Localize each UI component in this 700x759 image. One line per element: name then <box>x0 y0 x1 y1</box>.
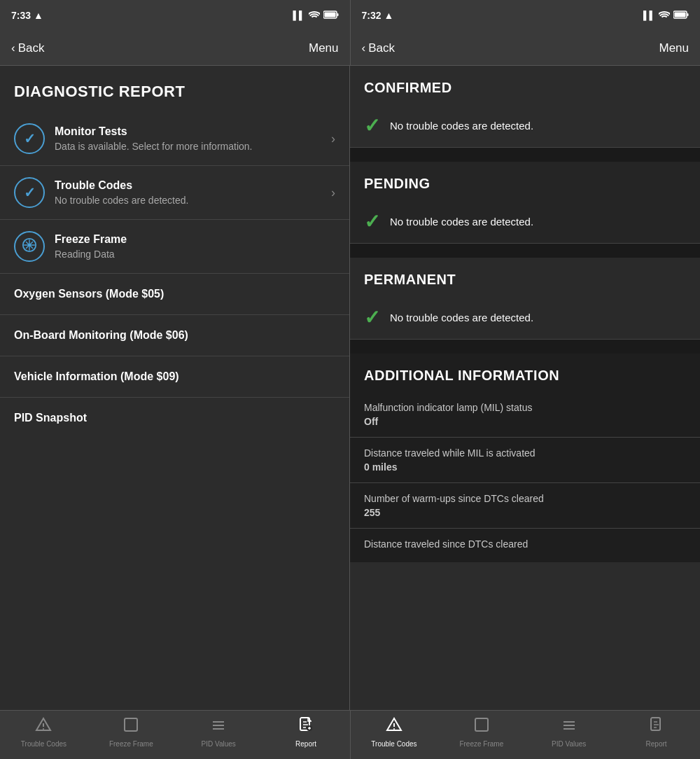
gap-after-permanent <box>350 340 700 354</box>
mil-status-label: Malfunction indicator lamp (MIL) status <box>364 402 686 413</box>
right-back-chevron: ‹ <box>362 41 366 55</box>
svg-rect-9 <box>125 718 137 731</box>
left-trouble-codes-icon <box>35 716 52 737</box>
pending-item: ✓ No trouble codes are detected. <box>350 200 700 244</box>
distance-mil-item: Distance traveled while MIL is activated… <box>350 438 700 483</box>
distance-dtcs-item: Distance traveled since DTCs cleared <box>350 529 700 562</box>
tab-bar: Trouble Codes Freeze Frame PID Values <box>0 710 700 759</box>
right-pid-values-icon <box>561 716 578 737</box>
svg-rect-4 <box>675 12 686 17</box>
right-panel: CONFIRMED ✓ No trouble codes are detecte… <box>350 66 700 710</box>
right-trouble-codes-label: Trouble Codes <box>371 740 416 748</box>
left-tab-trouble-codes[interactable]: Trouble Codes <box>0 711 88 759</box>
pending-section: PENDING ✓ No trouble codes are detected. <box>350 162 700 244</box>
left-back-chevron: ‹ <box>11 41 15 55</box>
right-tab-report[interactable]: Report <box>612 711 700 759</box>
monitor-tests-icon-circle: ✓ <box>14 123 45 154</box>
svg-rect-22 <box>475 718 488 731</box>
svg-rect-2 <box>337 13 338 16</box>
right-status-icons: ▌▌ <box>643 11 689 21</box>
left-panel: DIAGNOSTIC REPORT ✓ Monitor Tests Data i… <box>0 66 350 710</box>
svg-rect-5 <box>687 13 689 16</box>
left-trouble-codes-label: Trouble Codes <box>21 740 66 748</box>
right-back-button[interactable]: ‹ Back <box>362 41 395 55</box>
left-menu-button[interactable]: Menu <box>309 41 339 55</box>
right-freeze-frame-icon <box>473 716 490 737</box>
left-back-label: Back <box>18 41 45 55</box>
right-tab-trouble-codes[interactable]: Trouble Codes <box>351 711 438 759</box>
freeze-frame-snowflake-icon <box>22 237 37 256</box>
trouble-codes-icon-circle: ✓ <box>14 177 45 208</box>
right-battery-icon <box>673 11 689 21</box>
gap-after-confirmed <box>350 148 700 162</box>
left-battery-icon <box>323 11 339 21</box>
left-panel-title: DIAGNOSTIC REPORT <box>0 66 349 112</box>
permanent-check-icon: ✓ <box>364 306 380 329</box>
left-report-label: Report <box>295 740 316 748</box>
right-report-label: Report <box>646 740 667 748</box>
left-tab-pid-values[interactable]: PID Values <box>175 711 262 759</box>
freeze-frame-item[interactable]: Freeze Frame Reading Data <box>0 220 349 274</box>
left-status-bar: 7:33 ▲ ▌▌ <box>0 0 350 31</box>
confirmed-item: ✓ No trouble codes are detected. <box>350 104 700 148</box>
left-time: 7:33 ▲ <box>11 10 43 21</box>
distance-dtcs-label: Distance traveled since DTCs cleared <box>364 538 686 550</box>
svg-rect-26 <box>651 718 660 730</box>
monitor-tests-text: Monitor Tests Data is available. Select … <box>55 125 331 152</box>
right-wifi-icon <box>659 11 670 21</box>
freeze-frame-icon-circle <box>14 231 45 262</box>
left-tab-freeze-frame[interactable]: Freeze Frame <box>88 711 175 759</box>
left-tab-report[interactable]: Report <box>262 711 350 759</box>
trouble-codes-text: Trouble Codes No trouble codes are detec… <box>55 179 331 206</box>
confirmed-check-icon: ✓ <box>364 114 380 137</box>
right-back-label: Back <box>368 41 395 55</box>
trouble-codes-item[interactable]: ✓ Trouble Codes No trouble codes are det… <box>0 166 349 220</box>
pid-snapshot-item[interactable]: PID Snapshot <box>0 398 349 438</box>
pending-check-icon: ✓ <box>364 210 380 233</box>
left-nav: ‹ Back Menu <box>0 31 350 65</box>
svg-point-21 <box>393 728 395 730</box>
vehicle-information-item[interactable]: Vehicle Information (Mode $09) <box>0 356 349 398</box>
permanent-item: ✓ No trouble codes are detected. <box>350 296 700 340</box>
right-status-bar: 7:32 ▲ ▌▌ <box>351 0 701 31</box>
left-pid-values-label: PID Values <box>202 740 236 748</box>
monitor-tests-subtitle: Data is available. Select for more infor… <box>55 141 331 152</box>
right-tab-pid-values[interactable]: PID Values <box>525 711 612 759</box>
permanent-section: PERMANENT ✓ No trouble codes are detecte… <box>350 258 700 340</box>
right-signal-icon: ▌▌ <box>643 11 655 20</box>
left-freeze-frame-label: Freeze Frame <box>109 740 153 748</box>
left-back-button[interactable]: ‹ Back <box>11 41 44 55</box>
monitor-tests-chevron-icon: › <box>331 132 335 146</box>
left-tab-bar: Trouble Codes Freeze Frame PID Values <box>0 711 350 759</box>
left-freeze-frame-icon <box>122 716 139 737</box>
left-pid-values-icon <box>210 716 227 737</box>
permanent-no-codes-text: No trouble codes are detected. <box>390 312 533 323</box>
gap-after-pending <box>350 244 700 258</box>
additional-info-header: ADDITIONAL INFORMATION <box>350 354 700 392</box>
freeze-frame-title: Freeze Frame <box>55 233 335 246</box>
oxygen-sensors-item[interactable]: Oxygen Sensors (Mode $05) <box>0 274 349 315</box>
right-menu-button[interactable]: Menu <box>659 41 689 55</box>
on-board-monitoring-item[interactable]: On-Board Monitoring (Mode $06) <box>0 315 349 356</box>
distance-mil-value: 0 miles <box>364 461 686 473</box>
monitor-tests-item[interactable]: ✓ Monitor Tests Data is available. Selec… <box>0 112 349 166</box>
right-pid-values-label: PID Values <box>552 740 586 748</box>
trouble-codes-subtitle: No trouble codes are detected. <box>55 195 331 206</box>
mil-status-value: Off <box>364 416 686 427</box>
right-report-icon <box>648 716 665 737</box>
right-freeze-frame-label: Freeze Frame <box>459 740 503 748</box>
trouble-codes-check-icon: ✓ <box>24 184 36 201</box>
warm-ups-item: Number of warm-ups since DTCs cleared 25… <box>350 483 700 529</box>
left-signal-icon: ▌▌ <box>293 11 304 20</box>
left-report-icon <box>298 716 314 737</box>
monitor-tests-title: Monitor Tests <box>55 125 331 138</box>
right-tab-freeze-frame[interactable]: Freeze Frame <box>438 711 525 759</box>
confirmed-section: CONFIRMED ✓ No trouble codes are detecte… <box>350 66 700 148</box>
freeze-frame-text: Freeze Frame Reading Data <box>55 233 335 260</box>
trouble-codes-title: Trouble Codes <box>55 179 331 192</box>
pid-snapshot-title: PID Snapshot <box>14 412 87 424</box>
vehicle-information-title: Vehicle Information (Mode $09) <box>14 370 179 383</box>
pending-no-codes-text: No trouble codes are detected. <box>390 216 533 228</box>
confirmed-no-codes-text: No trouble codes are detected. <box>390 120 533 132</box>
warm-ups-value: 255 <box>364 507 686 518</box>
